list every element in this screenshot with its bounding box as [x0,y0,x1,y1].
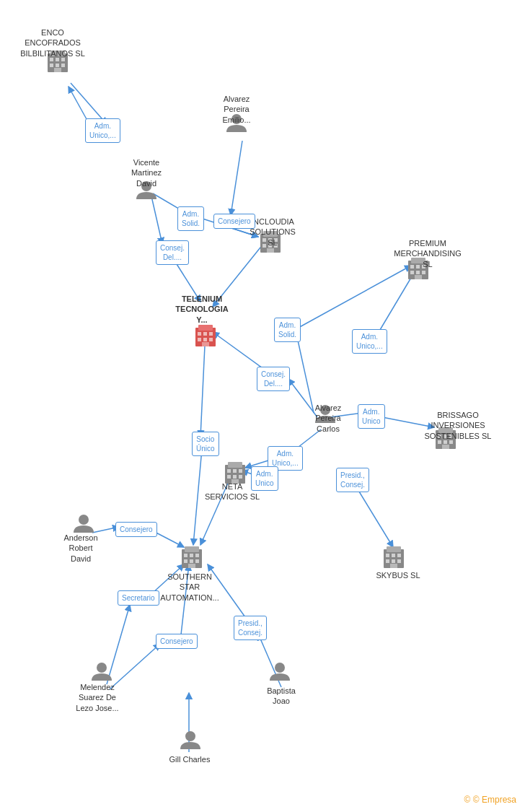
gill-person [179,729,202,752]
badge-presid-consej-skybus: Presid.,Consej. [336,468,369,492]
svg-rect-92 [392,559,395,563]
badge-consejero-incloudia: Consejero [213,214,255,229]
svg-line-1 [69,87,87,119]
badge-presid-consej-baptista: Presid.,Consej. [234,616,267,640]
svg-rect-96 [185,546,199,552]
badge-adm-unico-enco: Adm.Unico,... [85,118,120,143]
svg-rect-61 [198,332,201,336]
svg-rect-98 [190,554,193,557]
vicente-label: VicenteMartinezDavid [118,157,175,188]
svg-rect-64 [198,338,201,341]
svg-rect-74 [233,475,237,479]
svg-rect-85 [442,445,449,449]
svg-rect-71 [233,469,237,473]
svg-point-109 [275,663,285,673]
skybus-building [381,545,407,571]
southern-building [179,545,205,571]
enco-label: ENCO ENCOFRADOS BILBILITANOS SL [20,27,85,58]
svg-rect-87 [387,546,401,552]
alvarez-carlos-label: AlvarezPereiraCarlos [299,403,357,434]
badge-adm-unico-neta: Adm.Unico [251,466,278,491]
baptista-person [268,660,291,684]
svg-rect-66 [209,338,213,341]
svg-rect-94 [390,564,397,568]
svg-rect-93 [397,559,401,563]
svg-rect-63 [209,332,213,336]
badge-adm-unico-premium: Adm.Unico,... [352,329,387,354]
telenium-building [193,323,219,349]
svg-rect-70 [227,469,231,473]
badge-consej-del-2: Consej.Del.... [257,367,290,391]
melendez-label: MelendezSuarez DeLezo Jose... [65,682,130,713]
svg-rect-102 [195,559,199,563]
svg-rect-38 [56,64,59,67]
svg-rect-58 [267,248,274,253]
svg-rect-75 [239,475,242,479]
svg-rect-47 [416,271,420,274]
svg-rect-88 [386,554,389,557]
svg-rect-72 [239,469,242,473]
svg-rect-48 [422,271,425,274]
svg-rect-37 [50,64,53,67]
svg-rect-90 [397,554,401,557]
badge-adm-solid-2: Adm.Solid. [274,318,301,342]
svg-rect-91 [386,559,389,563]
svg-rect-100 [184,559,188,563]
badge-adm-unico-brissago: Adm.Unico [358,404,385,429]
southern-label: SOUTHERNSTARAUTOMATION... [157,572,222,603]
badge-consejero-melendez: Consejero [156,634,198,649]
svg-line-16 [193,449,202,545]
svg-point-108 [97,663,107,673]
brand-copyright-icon: © [464,795,471,805]
badge-consej-del-1: Consej.Del.... [156,240,189,265]
svg-line-3 [151,196,162,244]
svg-point-110 [185,731,195,741]
svg-rect-67 [202,342,209,346]
telenium-label: TELENIUMTECNOLOGIAY... [173,294,231,325]
melendez-person [90,660,113,684]
svg-rect-69 [228,462,242,468]
brissago-label: BRISSAGOINVERSIONESSOSTENIBLES SL [418,410,498,441]
svg-rect-49 [415,275,422,279]
badge-secretario: Secretario [118,590,159,606]
alvarez-emilio-label: AlvarezPereiraEmilio... [208,94,265,125]
brand-watermark: © © Empresa [464,795,516,805]
svg-line-4 [231,141,242,215]
badge-socio-unico: SocioÚnico [192,432,219,456]
svg-rect-60 [198,325,213,331]
gill-label: Gill Charles [157,754,222,764]
svg-rect-101 [190,559,193,563]
svg-rect-103 [188,564,195,568]
svg-rect-65 [203,338,207,341]
svg-point-107 [79,515,89,525]
svg-rect-40 [54,68,61,72]
premium-label: PREMIUMMERCHANDISINGSL [392,238,464,269]
svg-rect-46 [410,271,414,274]
svg-rect-97 [184,554,188,557]
badge-consejero-anderson: Consejero [115,522,157,537]
svg-rect-39 [61,64,65,67]
svg-rect-99 [195,554,199,557]
anderson-label: AndersonRobertDavid [52,533,110,564]
badge-adm-solid-1: Adm.Solid. [177,206,204,231]
svg-rect-62 [203,332,207,336]
brand-name: © Empresa [473,795,516,805]
svg-rect-89 [392,554,395,557]
baptista-label: BaptistaJoao [256,686,306,707]
svg-line-9 [297,266,411,328]
skybus-label: SKYBUS SL [369,570,427,580]
svg-line-29 [296,331,314,413]
svg-rect-73 [227,475,231,479]
